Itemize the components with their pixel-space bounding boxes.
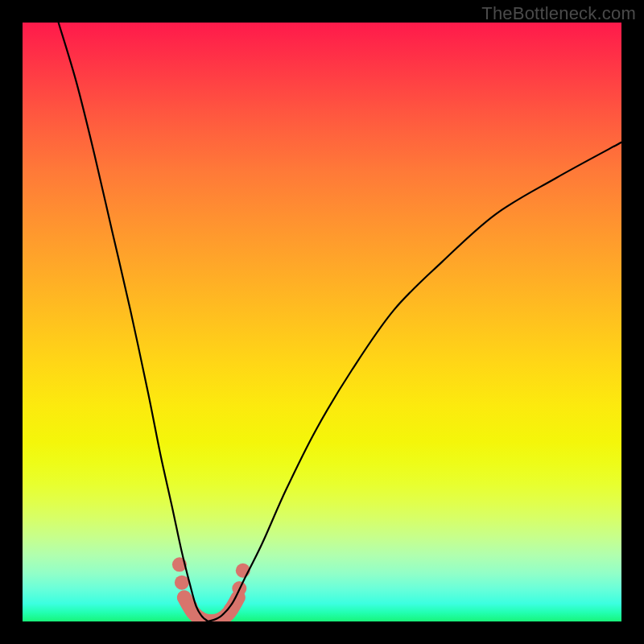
right-curve (208, 142, 621, 621)
left-curve (59, 23, 208, 621)
plot-area (23, 23, 621, 621)
chart-frame: TheBottleneck.com (0, 0, 644, 644)
curves-svg (23, 23, 621, 621)
watermark-text: TheBottleneck.com (481, 3, 636, 24)
valley-marker-dot (175, 576, 189, 590)
